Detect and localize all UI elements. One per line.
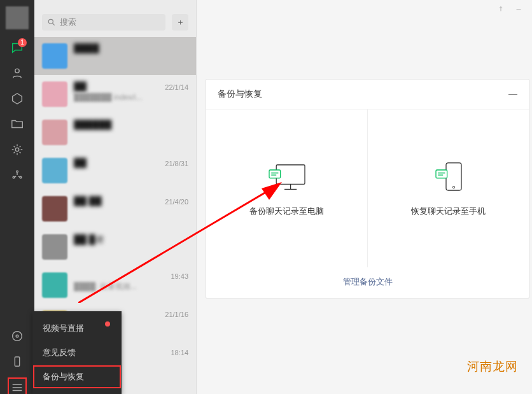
- chat-item[interactable]: ██ 22/1/14 ███████ index/i...: [34, 75, 196, 113]
- search-icon: [47, 18, 56, 27]
- phone-icon[interactable]: [10, 355, 24, 369]
- chat-item[interactable]: ██ ██ 21/4/20: [34, 190, 196, 228]
- svg-point-0: [15, 69, 19, 73]
- search-input[interactable]: 搜索: [42, 14, 165, 31]
- chat-time: 21/8/31: [165, 160, 188, 167]
- svg-point-11: [48, 19, 53, 24]
- dialog-title: 备份与恢复: [218, 88, 262, 100]
- search-placeholder: 搜索: [60, 17, 76, 28]
- chat-badge: 1: [18, 38, 27, 47]
- notification-dot: [105, 321, 110, 327]
- files-icon[interactable]: [10, 117, 24, 131]
- user-avatar[interactable]: [6, 6, 29, 29]
- chat-avatar: [42, 158, 67, 183]
- backup-to-pc-option[interactable]: 备份聊天记录至电脑: [206, 109, 367, 267]
- music-icon[interactable]: [10, 329, 24, 343]
- minimize-icon[interactable]: [514, 5, 523, 14]
- main-panel: 备份与恢复 — 备份聊天记录至电脑: [197, 0, 532, 394]
- pin-icon[interactable]: [496, 5, 505, 14]
- svg-point-5: [13, 332, 22, 341]
- chat-avatar: [42, 196, 67, 222]
- moments-icon[interactable]: [10, 143, 24, 157]
- contacts-icon[interactable]: [10, 66, 24, 80]
- chat-name: ██ ██: [74, 196, 102, 206]
- nav-rail: 1: [0, 0, 34, 394]
- restore-label: 恢复聊天记录至手机: [411, 206, 486, 217]
- svg-rect-22: [436, 170, 447, 178]
- popup-item[interactable]: 视频号直播: [32, 316, 122, 341]
- settings-icon[interactable]: [10, 380, 24, 394]
- svg-point-6: [16, 335, 18, 337]
- chat-item[interactable]: ██ █者: [34, 228, 196, 266]
- chat-preview: ███████ index/i...: [74, 93, 188, 102]
- chat-avatar: [42, 272, 67, 298]
- chat-avatar: [42, 234, 67, 260]
- svg-point-21: [452, 186, 454, 188]
- svg-point-1: [15, 148, 19, 151]
- restore-to-phone-option[interactable]: 恢复聊天记录至手机: [367, 109, 529, 267]
- chat-name: ████: [74, 43, 99, 53]
- chat-preview: ████: 批量视频...: [74, 281, 188, 292]
- monitor-icon: [264, 160, 310, 195]
- chat-time: 21/1/16: [165, 311, 188, 318]
- chat-name: ██████: [74, 120, 112, 130]
- chat-avatar: [42, 43, 67, 69]
- chat-name: ██ █者: [74, 234, 104, 246]
- backup-restore-dialog: 备份与恢复 — 备份聊天记录至电脑: [206, 79, 529, 299]
- settings-popup: 视频号直播意见反馈备份与恢复: [32, 311, 122, 394]
- backup-label: 备份聊天记录至电脑: [249, 206, 324, 217]
- dialog-minimize-icon[interactable]: —: [508, 88, 517, 100]
- phone-restore-icon: [426, 160, 472, 195]
- chat-name: ██: [74, 158, 87, 168]
- chat-item[interactable]: ██ 21/8/31: [34, 151, 196, 190]
- chat-item[interactable]: 19:43 ████: 批量视频...: [34, 266, 196, 304]
- chat-time: 21/4/20: [165, 198, 188, 206]
- add-button[interactable]: ＋: [172, 14, 188, 31]
- manage-backups-link[interactable]: 管理备份文件: [343, 277, 393, 286]
- svg-rect-17: [269, 170, 281, 178]
- chat-item[interactable]: ██████: [34, 113, 196, 151]
- chat-item[interactable]: ████: [34, 37, 196, 75]
- popup-item[interactable]: 备份与恢复: [32, 365, 122, 389]
- svg-rect-7: [15, 357, 19, 367]
- chat-icon[interactable]: 1: [10, 41, 24, 55]
- mini-program-icon[interactable]: [10, 168, 24, 182]
- chat-avatar: [42, 120, 67, 145]
- svg-line-12: [53, 24, 55, 25]
- chat-time: 22/1/14: [165, 83, 188, 91]
- chat-time: 19:43: [171, 272, 188, 280]
- chat-avatar: [42, 81, 67, 107]
- popup-item[interactable]: 意见反馈: [32, 341, 122, 365]
- svg-point-2: [17, 171, 18, 172]
- chat-time: 18:14: [171, 349, 188, 356]
- chat-name: ██: [74, 81, 87, 92]
- favorites-icon[interactable]: [10, 92, 24, 106]
- watermark: 河南龙网: [467, 358, 518, 375]
